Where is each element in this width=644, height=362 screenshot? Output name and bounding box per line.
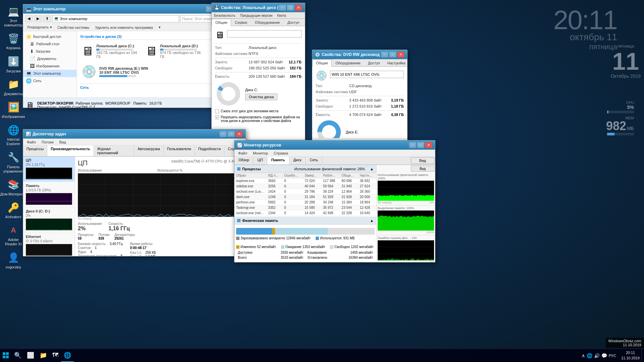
up-btn[interactable]: ⬆ [43, 15, 51, 22]
address-bar[interactable]: 💻 Этот компьютер [52, 15, 179, 22]
resmon-minimize[interactable]: ─ [409, 142, 416, 148]
desktop-icon-ie[interactable]: 🌐 Internet Explorer [1, 122, 25, 147]
phys-collapse-icon[interactable]: ▲ [370, 219, 374, 223]
taskman-maximize[interactable]: □ [227, 131, 235, 137]
dvd-tab-access[interactable]: Доступ [364, 59, 384, 66]
network-btn[interactable]: 🌐 [61, 349, 74, 362]
sidebar-downloads[interactable]: ⬇Загрузки [23, 48, 76, 55]
process-section-header[interactable]: Процессы Использование физической памяти… [234, 165, 376, 173]
desktop-icon-my-computer[interactable]: 💻 Этот компьютер [1, 3, 25, 29]
taskman-menu-file[interactable]: Файл [25, 139, 38, 145]
table-row[interactable]: svchost.exe (LocalSystemNet...1424029 79… [234, 189, 376, 194]
tab-app-history[interactable]: Журнал приложений [94, 145, 135, 156]
index-checkbox[interactable] [215, 115, 219, 119]
forward-btn[interactable]: ▶ [34, 15, 42, 22]
table-row[interactable]: perfmon.exe5992020 28834 24815 38418 864 [234, 200, 376, 205]
search-btn[interactable]: 🔍 [11, 349, 24, 362]
tab-processes[interactable]: Процессы [23, 145, 47, 156]
menu-organize[interactable]: Упорядочить ▾ [25, 24, 54, 30]
table-row[interactable]: svchost.exe (netsvcs -p)1344014 42442 84… [234, 210, 376, 216]
desktop-icon-downloads[interactable]: ⬇️ Загрузки [1, 54, 25, 75]
dvd-name-input[interactable] [330, 71, 404, 78]
resmon-tab-network[interactable]: Сеть [306, 157, 322, 165]
menu-system-props[interactable]: Свойства системы [56, 25, 92, 30]
task-view-btn[interactable]: ⬜ [24, 349, 37, 362]
dvd-tab-settings[interactable]: Настройка [384, 59, 408, 66]
show-desktop-btn[interactable] [641, 349, 644, 362]
resmon-file[interactable]: Файл [236, 150, 249, 156]
dvd-maximize[interactable]: □ [389, 52, 396, 58]
phys-mem-header[interactable]: Физическая память ▲ [234, 217, 376, 225]
taskman-menu-view[interactable]: Вид [57, 139, 68, 145]
table-row[interactable]: explorer.exe3660072 024117 38880 69636 6… [234, 178, 376, 184]
sidebar-this-computer[interactable]: 💻Этот компьютер [23, 70, 76, 77]
disk-name-input[interactable] [227, 30, 302, 38]
sidebar-documents[interactable]: 📄Документы [23, 55, 76, 62]
explorer-titlebar[interactable]: 💻 Этот компьютер ─ □ ✕ [23, 4, 232, 14]
dvd-props-titlebar[interactable]: 💿 Свойства: DVD RW дисковод (E:) WIN 10 … [312, 50, 407, 59]
collapse-icon[interactable]: ▲ [370, 167, 374, 171]
tray-action-center[interactable]: 💬 [601, 353, 607, 358]
desktop-icon-dom[interactable]: 📚 Дом.Материа... [1, 177, 25, 198]
device-c[interactable]: 🖥 Локальный диск (C:) 182 ГБ свободно из… [80, 43, 141, 60]
resmon-maximize[interactable]: □ [417, 142, 424, 148]
resmon-monitor[interactable]: Монитор [251, 150, 270, 156]
perf-ethernet[interactable]: Ethernet О: 0 Гб/с 0 кбит/с [23, 233, 75, 256]
resmon-tab-disk[interactable]: Диск [289, 157, 306, 165]
table-row[interactable]: sidebar.exe3256040 04459 56431 94027 624 [234, 184, 376, 189]
maps-btn[interactable]: 🗺 [50, 349, 61, 362]
resmon-help[interactable]: Справка [272, 150, 290, 156]
resmon-tab-overview[interactable]: Обзор [234, 157, 254, 165]
dvd-tab-hardware[interactable]: Оборудование [332, 59, 364, 66]
tab-performance[interactable]: Производительность [47, 145, 94, 156]
tab-service[interactable]: Сервис [231, 19, 251, 26]
tab-access[interactable]: Доступ [284, 19, 303, 26]
tab-startup[interactable]: Автозагрузка [134, 145, 164, 156]
sidebar-images[interactable]: 🖼Изображения [23, 62, 76, 70]
taskman-titlebar[interactable]: 📊 Диспетчер задач ─ □ ✕ [23, 129, 246, 139]
clean-disk-btn[interactable]: Очистка диска [245, 94, 277, 100]
tab-hardware[interactable]: Оборудование [251, 19, 284, 26]
resmon-close[interactable]: ✕ [425, 142, 432, 148]
table-row[interactable]: dwm.exe1248031 18451 92831 92820 000 [234, 194, 376, 200]
perf-cpu[interactable]: ЦП 2% 1,16 ГГц [23, 157, 75, 182]
disk-props-minimize[interactable]: ─ [279, 5, 286, 11]
table-row[interactable]: Taskmgr.exe3352015 58035 97223 54412 428 [234, 205, 376, 210]
tab-prev-versions[interactable]: Предыдущие версии [238, 12, 275, 18]
tab-quota[interactable]: Квота [275, 12, 288, 18]
desktop-icon-activators[interactable]: 🔑 Activators [1, 199, 25, 221]
device-dvd[interactable]: 💿 DVD RW дисковод (E:) WIN 10 ENT X86 LT… [80, 63, 154, 80]
file-explorer-btn[interactable]: 📁 [37, 349, 50, 362]
taskman-close[interactable]: ✕ [235, 131, 243, 137]
perf-disk[interactable]: Диск 0 (C: D:) 2% [23, 207, 75, 233]
back-btn[interactable]: ◀ [25, 15, 33, 22]
device-d[interactable]: 🖥 Локальный диск (D:) 674 ГБ свободно из… [144, 43, 204, 60]
taskman-minimize[interactable]: ─ [219, 131, 227, 137]
start-btn[interactable] [0, 349, 11, 362]
desktop-icon-documents[interactable]: 📁 Документы [1, 76, 25, 98]
tray-volume[interactable]: 🔊 [594, 353, 600, 358]
disk-props-titlebar[interactable]: 💾 Свойства: Локальный диск (C:) ─ □ ✕ [212, 3, 305, 12]
desktop-icon-recycle-bin[interactable]: 🗑️ Корзина [1, 31, 25, 52]
desktop-icon-adobe[interactable]: A Adobe Reader XI [1, 222, 25, 248]
tab-security[interactable]: Безопасность [212, 12, 238, 18]
dvd-tab-general[interactable]: Общие [312, 59, 332, 67]
taskbar-clock[interactable]: 20:11 11.10.2019 [620, 350, 641, 361]
tab-general[interactable]: Общие [212, 19, 231, 26]
tab-users[interactable]: Пользователи [164, 145, 195, 156]
tab-details[interactable]: Подробности [195, 145, 225, 156]
perf-memory[interactable]: Память 1,0/3,5 ГБ (29%) [23, 182, 75, 207]
desktop-icon-control-panel[interactable]: 🔧 Панель управления [1, 149, 25, 175]
resmon-titlebar[interactable]: 📈 Монитор ресурсов ─ □ ✕ [234, 140, 435, 150]
dvd-minimize[interactable]: ─ [381, 52, 388, 58]
disk-props-maximize[interactable]: □ [287, 5, 294, 11]
menu-uninstall[interactable]: Удалить или изменить программу [93, 25, 155, 30]
menu-more[interactable]: ▾ [157, 24, 163, 30]
tray-chevron[interactable]: ∧ [582, 353, 585, 358]
resmon-tab-cpu[interactable]: ЦП [254, 157, 267, 165]
view-btn[interactable]: Вид [411, 157, 434, 164]
sidebar-desktop[interactable]: 🖥Рабочий стол [23, 40, 76, 48]
sidebar-network[interactable]: 🌐Сеть [23, 77, 76, 84]
dvd-close[interactable]: ✕ [397, 52, 405, 58]
sidebar-quick-access[interactable]: ⭐Быстрый доступ [23, 33, 76, 40]
